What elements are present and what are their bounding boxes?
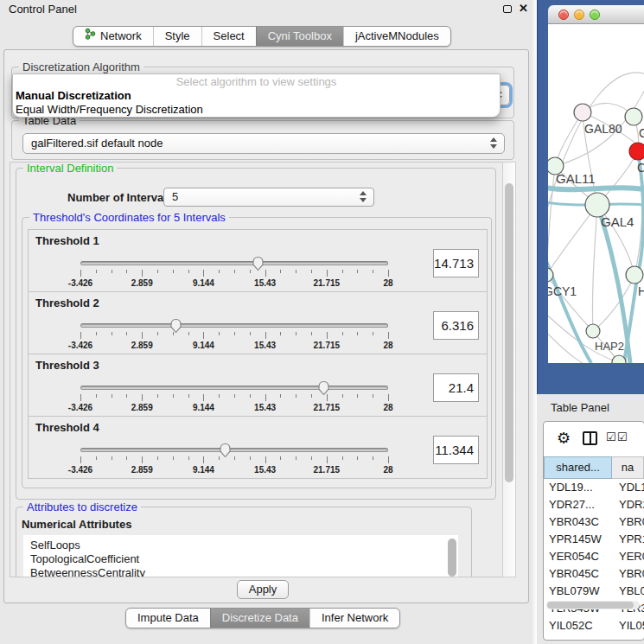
tab-infer-network[interactable]: Infer Network	[309, 609, 399, 628]
cell-shared-name[interactable]: YBL079W	[544, 583, 613, 600]
cell-name[interactable]: YBR04	[613, 565, 644, 583]
main-scrollbar[interactable]	[502, 162, 516, 577]
attributes-list[interactable]: SelfLoopsTopologicalCoefficientBetweenne…	[23, 535, 458, 577]
cell-shared-name[interactable]: YBR043C	[544, 513, 613, 531]
slider-track[interactable]	[80, 261, 388, 265]
slider-scale: -3.4262.8599.14415.4321.71528	[80, 278, 388, 289]
table-data-combobox[interactable]: galFiltered.sif default node	[22, 133, 505, 154]
cell-name[interactable]: YIL05	[613, 617, 644, 634]
scale-tick-label: 28	[383, 278, 392, 288]
table-row[interactable]: YBR045CYBR04	[544, 565, 644, 583]
network-node[interactable]	[629, 143, 644, 160]
slider-scale: -3.4262.8599.14415.4321.71528	[80, 403, 388, 413]
cell-name[interactable]: YPR14	[613, 531, 644, 548]
network-node[interactable]	[626, 266, 643, 284]
threshold-value-field[interactable]: 14.713	[433, 249, 479, 277]
tab-impute-data[interactable]: Impute Data	[126, 609, 210, 628]
table-row[interactable]: YBL079WYBL07	[544, 583, 644, 600]
network-edge[interactable]	[548, 166, 555, 275]
table-hscrollbar-thumb[interactable]	[547, 602, 634, 609]
table-row[interactable]: YIL052CYIL05	[544, 617, 644, 634]
tab-discretize-data[interactable]: Discretize Data	[210, 609, 309, 628]
checked-box-icon[interactable]: ☑	[606, 430, 616, 443]
network-node[interactable]	[585, 193, 609, 217]
slider-thumb-icon[interactable]	[252, 256, 265, 274]
network-canvas[interactable]: GAL80GACGAL11GAL4GCY1HHAP2	[548, 24, 644, 363]
list-scrollbar-thumb[interactable]	[448, 539, 456, 577]
slider-track[interactable]	[80, 323, 388, 328]
cell-shared-name[interactable]: YPR145W	[544, 531, 613, 548]
cell-name[interactable]: YDL19	[613, 479, 644, 496]
cell-shared-name[interactable]: YER054C	[544, 548, 613, 565]
threshold-slider[interactable]: -3.4262.8599.14415.4321.71528	[80, 318, 388, 351]
network-node[interactable]	[625, 108, 642, 125]
zoom-button[interactable]	[590, 10, 600, 20]
tab-cyni-toolbox[interactable]: Cyni Toolbox	[256, 27, 343, 46]
threshold-value-field[interactable]: 6.316	[433, 311, 479, 340]
popup-item[interactable]: Equal Width/Frequency Discretization	[13, 103, 500, 117]
network-node[interactable]	[586, 324, 600, 338]
threshold-value-field[interactable]: 21.4	[433, 373, 479, 402]
split-columns-icon[interactable]	[583, 431, 597, 445]
close-icon[interactable]: ✕	[519, 2, 528, 15]
network-edge[interactable]	[548, 187, 644, 190]
cell-name[interactable]: YBR04	[613, 513, 644, 531]
network-view-window: GAL80GACGAL11GAL4GCY1HHAP2	[537, 0, 644, 394]
column-header-shared-name[interactable]: shared...	[544, 456, 612, 479]
threshold-value-field[interactable]: 11.344	[433, 436, 479, 464]
table-row[interactable]: YDR27...YDR27	[544, 496, 644, 513]
slider-track[interactable]	[80, 448, 388, 452]
cell-name[interactable]: YER05	[613, 548, 644, 565]
table-row[interactable]: YDL19...YDL19	[544, 479, 644, 496]
thresholds-group: Threshold's Coordinates for 5 Intervals …	[22, 217, 492, 488]
slider-thumb-icon[interactable]	[169, 318, 182, 336]
checked-box-icon[interactable]: ☑	[617, 430, 628, 443]
threshold-slider[interactable]: -3.4262.8599.14415.4321.71528	[80, 443, 388, 475]
cell-shared-name[interactable]: YDL19...	[544, 479, 613, 496]
network-edge[interactable]	[548, 309, 619, 362]
table-row[interactable]: YER054CYER05	[544, 548, 644, 565]
cell-shared-name[interactable]: YIL052C	[544, 617, 613, 634]
network-edge[interactable]	[593, 275, 634, 331]
scale-tick-label: 2.859	[131, 403, 153, 412]
slider-thumb-icon[interactable]	[219, 443, 232, 461]
slider-track[interactable]	[80, 386, 388, 390]
tab-label: Impute Data	[137, 609, 199, 628]
cell-shared-name[interactable]: YDR27...	[544, 496, 613, 513]
network-edge[interactable]	[548, 205, 597, 275]
network-edge[interactable]	[592, 205, 597, 331]
cell-name[interactable]: YDR27	[613, 496, 644, 513]
network-node[interactable]	[574, 104, 591, 121]
minimize-button[interactable]	[574, 10, 584, 20]
top-tab-bar: NetworkStyleSelectCyni ToolboxjActiveMNo…	[73, 26, 451, 47]
main-scrollbar-thumb[interactable]	[505, 183, 513, 482]
threshold-label: Threshold 2	[35, 296, 99, 309]
scale-tick-label: -3.426	[68, 465, 92, 475]
attribute-item[interactable]: BetweennessCentrality	[23, 566, 458, 577]
apply-button[interactable]: Apply	[237, 580, 289, 599]
cell-name[interactable]: YBL07	[613, 583, 644, 600]
combo-value: galFiltered.sif default node	[31, 137, 163, 150]
tab-network[interactable]: Network	[73, 27, 153, 46]
table-row[interactable]: YPR145WYPR14	[544, 531, 644, 548]
table-hscrollbar[interactable]	[546, 601, 640, 609]
cell-shared-name[interactable]: YBR045C	[544, 565, 613, 583]
float-window-icon[interactable]	[503, 5, 512, 13]
threshold-slider[interactable]: -3.4262.8599.14415.4321.71528	[80, 256, 388, 289]
tab-label: Discretize Data	[222, 609, 298, 628]
attribute-item[interactable]: SelfLoops	[23, 535, 458, 552]
close-button[interactable]	[558, 10, 569, 20]
tab-select[interactable]: Select	[201, 27, 256, 46]
threshold-slider[interactable]: -3.4262.8599.14415.4321.71528	[80, 380, 388, 413]
tab-jactivemnodules[interactable]: jActiveMNodules	[343, 27, 450, 46]
node-table: ⚙ ☑ ☑ shared... na YDL19...YDL19YDR27...…	[543, 421, 644, 641]
slider-thumb-icon[interactable]	[317, 380, 330, 399]
table-panel-title: Table Panel	[551, 401, 609, 414]
table-row[interactable]: YBR043CYBR04	[544, 513, 644, 531]
attribute-item[interactable]: TopologicalCoefficient	[23, 552, 458, 566]
popup-item[interactable]: Manual Discretization	[13, 89, 500, 103]
number-of-intervals-spinner[interactable]: 5	[163, 188, 374, 207]
gear-icon[interactable]: ⚙	[557, 429, 571, 448]
tab-style[interactable]: Style	[153, 27, 201, 46]
column-header-name[interactable]: na	[612, 456, 644, 479]
